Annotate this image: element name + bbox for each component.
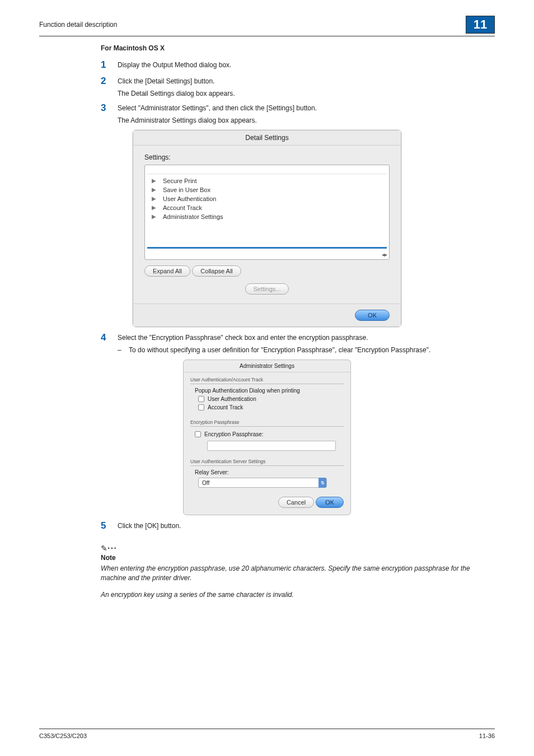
dialog1-settings-label: Settings: bbox=[144, 153, 390, 161]
step-2-text: Click the [Detail Settings] button. bbox=[118, 77, 495, 85]
note-dots-icon: ... bbox=[107, 542, 118, 550]
step-2-sub: The Detail Settings dialog box appears. bbox=[118, 90, 495, 97]
note-label: Note bbox=[101, 554, 481, 562]
dialog1-ok-button[interactable]: OK bbox=[355, 310, 390, 321]
section-title: For Macintosh OS X bbox=[101, 44, 495, 52]
list-item-label: Save in User Box bbox=[163, 186, 210, 193]
page-footer: C353/C253/C203 11-36 bbox=[39, 725, 495, 739]
list-item[interactable]: ▶ User Authentication bbox=[147, 194, 387, 203]
disclosure-icon: ▶ bbox=[152, 213, 157, 220]
step-number-2: 2 bbox=[101, 76, 118, 97]
list-item[interactable]: ▶ Account Track bbox=[147, 203, 387, 212]
note-paragraph-1: When entering the encryption passphrase,… bbox=[101, 564, 481, 584]
step-4-dash-text: To do without specifying a user definiti… bbox=[129, 346, 430, 354]
disclosure-icon: ▶ bbox=[152, 204, 157, 211]
relay-server-select[interactable]: Off ⇅ bbox=[198, 478, 327, 488]
group3-divider bbox=[190, 465, 344, 466]
listbox-scroll-arrows-icon[interactable]: ◂▸ bbox=[382, 251, 387, 258]
dialog2-title: Administrator Settings bbox=[184, 360, 350, 372]
footer-model: C353/C253/C203 bbox=[39, 732, 87, 739]
encryption-passphrase-input[interactable] bbox=[207, 441, 336, 451]
encryption-passphrase-checkbox[interactable] bbox=[195, 431, 201, 437]
group1-legend: User Authentication/Account Track bbox=[190, 377, 344, 382]
encryption-passphrase-label: Encryption Passphrase: bbox=[204, 431, 264, 437]
expand-all-button[interactable]: Expand All bbox=[144, 265, 190, 277]
select-arrows-icon: ⇅ bbox=[318, 478, 326, 488]
group2-divider bbox=[190, 426, 344, 427]
group3-legend: User Authentication Server Settings bbox=[190, 459, 344, 464]
disclosure-icon: ▶ bbox=[152, 186, 157, 193]
dialog2-ok-button[interactable]: OK bbox=[316, 497, 344, 508]
settings-listbox[interactable]: ▶ Secure Print ▶ Save in User Box ▶ User… bbox=[144, 165, 390, 260]
note-icon: ✎ bbox=[101, 544, 107, 553]
list-item[interactable]: ▶ Save in User Box bbox=[147, 185, 387, 194]
breadcrumb: Function detail description bbox=[39, 21, 117, 29]
account-track-checkbox[interactable] bbox=[198, 404, 204, 410]
step-1-text: Display the Output Method dialog box. bbox=[118, 61, 495, 69]
dash-bullet: – bbox=[118, 346, 129, 354]
relay-server-label: Relay Server: bbox=[195, 469, 344, 475]
detail-settings-dialog: Detail Settings Settings: ▶ Secure Print… bbox=[133, 130, 401, 327]
step-number-5: 5 bbox=[101, 521, 118, 531]
header-divider bbox=[39, 36, 495, 36]
dialog2-cancel-button[interactable]: Cancel bbox=[278, 497, 314, 508]
dialog1-title: Detail Settings bbox=[133, 130, 401, 146]
settings-button[interactable]: Settings... bbox=[245, 283, 289, 295]
group2-legend: Encryption Passphrase bbox=[190, 419, 344, 425]
list-item-label: Account Track bbox=[163, 204, 202, 211]
chapter-badge: 11 bbox=[466, 16, 495, 34]
user-authentication-checkbox[interactable] bbox=[198, 396, 204, 402]
administrator-settings-dialog: Administrator Settings User Authenticati… bbox=[183, 360, 351, 515]
relay-server-value: Off bbox=[202, 480, 209, 486]
step-3-text: Select "Administrator Settings", and the… bbox=[118, 104, 495, 112]
note-paragraph-2: An encryption key using a series of the … bbox=[101, 590, 481, 600]
step-number-4: 4 bbox=[101, 333, 118, 343]
list-item[interactable]: ▶ Secure Print bbox=[147, 176, 387, 185]
list-item[interactable]: ▶ Administrator Settings bbox=[147, 212, 387, 221]
step-4-text: Select the "Encryption Passphrase" check… bbox=[118, 334, 495, 342]
collapse-all-button[interactable]: Collapse All bbox=[192, 265, 241, 277]
account-track-label: Account Track bbox=[208, 404, 243, 410]
step-5-text: Click the [OK] button. bbox=[118, 522, 495, 530]
list-item-label: Secure Print bbox=[163, 178, 197, 184]
listbox-selection-bar bbox=[147, 247, 387, 249]
list-item-label: User Authentication bbox=[163, 195, 216, 202]
disclosure-icon: ▶ bbox=[152, 178, 157, 184]
group1-heading: Popup Authentication Dialog when printin… bbox=[195, 388, 344, 394]
disclosure-icon: ▶ bbox=[152, 195, 157, 202]
group1-divider bbox=[190, 384, 344, 384]
step-number-1: 1 bbox=[101, 60, 118, 71]
listbox-header bbox=[147, 169, 387, 174]
step-number-3: 3 bbox=[101, 103, 118, 124]
footer-page-number: 11-36 bbox=[479, 732, 495, 739]
step-3-sub: The Administrator Settings dialog box ap… bbox=[118, 116, 495, 124]
list-item-label: Administrator Settings bbox=[163, 213, 223, 220]
user-authentication-label: User Authentication bbox=[208, 396, 256, 402]
